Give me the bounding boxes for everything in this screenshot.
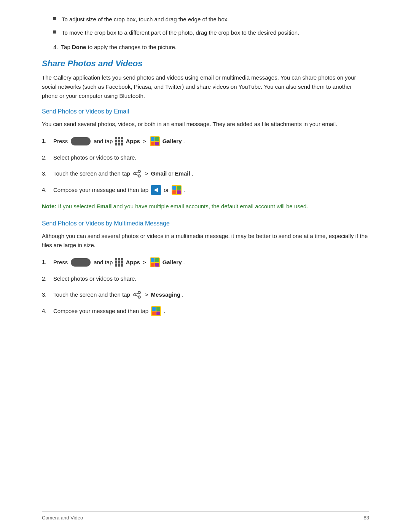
gmail-label: Gmail — [151, 169, 167, 178]
chevron-1: > — [143, 137, 146, 146]
email-subsection-description: You can send several photos, videos, or … — [42, 120, 369, 129]
svg-line-8 — [136, 172, 138, 173]
apps-label-1: Apps — [126, 137, 140, 146]
step-4-content: Compose your message and then tap or — [53, 185, 186, 195]
step-4-text-before: Compose your message and then tap — [53, 185, 148, 195]
note-email-word: Email — [96, 203, 112, 209]
mms-send-icon — [151, 306, 161, 316]
email-steps-list: 1. Press and tap Apps > — [42, 136, 369, 195]
mms-step-1-content: Press and tap Apps > — [53, 257, 185, 267]
svg-rect-14 — [177, 186, 181, 190]
svg-line-25 — [136, 293, 138, 294]
note-rest: and you have multiple email accounts, th… — [113, 203, 308, 209]
email-step-3: 3. Touch the screen and then tap > Gmail… — [42, 169, 369, 178]
mms-step-3-arrow: > — [145, 290, 148, 299]
svg-point-24 — [134, 294, 136, 296]
bullet-item-1: To adjust size of the crop box, touch an… — [42, 15, 369, 24]
svg-line-26 — [136, 296, 138, 297]
mms-subsection-title: Send Photos or Videos by Multimedia Mess… — [42, 220, 369, 227]
bullet-item-2: To move the crop box to a different part… — [42, 29, 369, 37]
step-3-content: Touch the screen and then tap > Gmail or… — [53, 169, 193, 178]
messaging-label: Messaging — [151, 290, 181, 299]
footer-page-number: 83 — [364, 515, 369, 521]
page-container: To adjust size of the crop box, touch an… — [0, 0, 411, 532]
step-3-arrow: > — [145, 169, 148, 178]
mms-apps-label: Apps — [126, 258, 140, 267]
step-4-period: . — [184, 185, 186, 195]
bullet-text-1: To adjust size of the crop box, touch an… — [62, 15, 229, 24]
mms-step-number-1: 1. — [42, 257, 53, 267]
page-footer: Camera and Video 83 — [42, 511, 369, 521]
mms-apps-grid-icon — [115, 258, 123, 267]
step-3-or: or — [168, 169, 173, 178]
svg-rect-2 — [155, 137, 159, 141]
svg-rect-15 — [172, 190, 176, 194]
svg-point-22 — [138, 291, 140, 294]
step-1-period: . — [183, 137, 185, 146]
svg-point-6 — [138, 175, 140, 177]
mms-step-4-content: Compose your message and then tap . — [53, 306, 165, 316]
share-section-title: Share Photos and Videos — [42, 59, 369, 69]
mms-share-icon — [133, 291, 141, 299]
mms-step-1-period: . — [183, 258, 185, 267]
step-1-press-text: Press — [53, 137, 68, 146]
svg-rect-20 — [151, 263, 155, 267]
gallery-icon-1 — [150, 136, 160, 146]
mms-step-4-period: . — [164, 307, 165, 316]
note-label: Note: — [42, 203, 56, 209]
step-number-2: 2. — [42, 153, 53, 162]
svg-point-7 — [134, 173, 136, 175]
gallery-label-1: Gallery — [162, 137, 182, 146]
svg-rect-28 — [152, 307, 156, 311]
email-step-4: 4. Compose your message and then tap or — [42, 185, 369, 195]
home-button-icon — [71, 137, 91, 145]
mms-step-1-andtap: and tap — [94, 258, 113, 267]
mms-gallery-label: Gallery — [162, 258, 182, 267]
email-label: Email — [175, 169, 190, 178]
step-1-content: Press and tap Apps > — [53, 136, 185, 146]
step-4-or: or — [164, 185, 169, 195]
svg-rect-3 — [151, 142, 155, 145]
share-icon — [133, 169, 141, 178]
note-box: Note: If you selected Email and you have… — [42, 202, 369, 211]
mms-step-3-content: Touch the screen and then tap > Messagin… — [53, 290, 183, 299]
step-3-text-before: Touch the screen and then tap — [53, 169, 130, 178]
mms-step-3: 3. Touch the screen and then tap > Messa… — [42, 290, 369, 299]
svg-rect-18 — [151, 258, 155, 262]
svg-point-5 — [138, 170, 140, 173]
mms-step-4-text: Compose your message and then tap — [53, 307, 148, 316]
svg-rect-16 — [177, 190, 181, 194]
mms-home-button-icon — [71, 258, 91, 267]
footer-section-label: Camera and Video — [42, 515, 83, 521]
email-gallery-icon — [172, 185, 182, 195]
mms-step-number-3: 3. — [42, 290, 53, 299]
mms-step-1-press: Press — [53, 258, 68, 267]
bullet-square-icon — [53, 17, 56, 20]
mms-steps-list: 1. Press and tap Apps > — [42, 257, 369, 316]
top-bullets: To adjust size of the crop box, touch an… — [42, 15, 369, 37]
note-text: If you selected — [58, 203, 97, 209]
step-2-content: Select photos or videos to share. — [53, 153, 136, 162]
svg-rect-30 — [152, 312, 156, 315]
svg-rect-4 — [155, 142, 159, 145]
svg-point-23 — [138, 296, 140, 298]
share-section-description: The Gallery application lets you send ph… — [42, 73, 369, 101]
svg-rect-21 — [155, 263, 159, 267]
send-arrow-icon — [151, 185, 161, 195]
mms-subsection-description: Although you can send several photos or … — [42, 232, 369, 250]
svg-rect-31 — [156, 312, 160, 315]
svg-rect-1 — [151, 137, 155, 141]
mms-step-number-2: 2. — [42, 274, 53, 283]
bullet-square-icon-2 — [53, 30, 56, 34]
mms-step-2-content: Select photos or videos to share. — [53, 274, 136, 283]
mms-step-3-text-before: Touch the screen and then tap — [53, 290, 130, 299]
svg-rect-29 — [156, 307, 160, 311]
email-step-2: 2. Select photos or videos to share. — [42, 153, 369, 162]
svg-rect-19 — [155, 258, 159, 262]
step-1-andtap-text: and tap — [94, 137, 113, 146]
step-number-4: 4. — [42, 185, 53, 194]
step-3-period: . — [192, 169, 193, 178]
mms-step-number-4: 4. — [42, 306, 53, 315]
mms-step-2: 2. Select photos or videos to share. — [42, 274, 369, 283]
mms-gallery-icon — [150, 257, 160, 267]
